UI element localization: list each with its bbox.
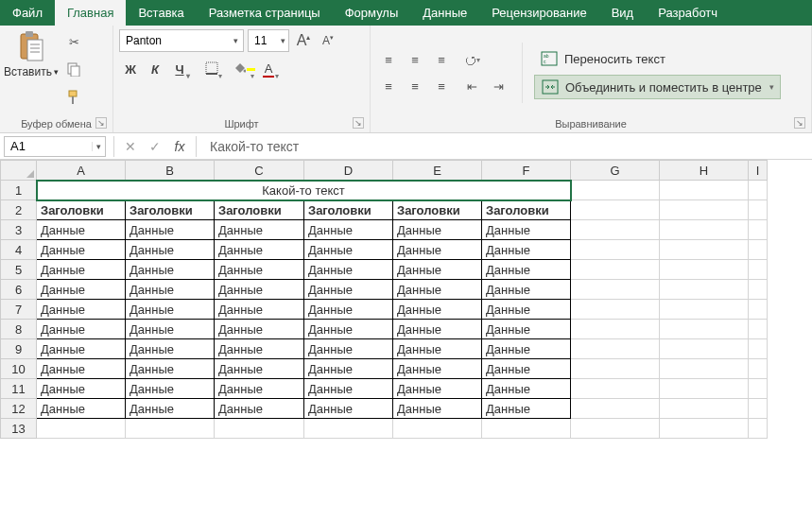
cell[interactable]: Заголовки (304, 200, 393, 220)
insert-function-button[interactable]: fx (167, 136, 192, 157)
cell[interactable] (571, 300, 660, 320)
row-header[interactable]: 1 (1, 181, 37, 200)
cell[interactable]: Данные (393, 280, 482, 300)
column-header[interactable]: C (215, 161, 304, 181)
cell[interactable] (215, 419, 304, 439)
cell[interactable] (571, 260, 660, 280)
align-left-button[interactable]: ≡ (376, 76, 401, 96)
cell[interactable]: Данные (482, 320, 571, 339)
cut-button[interactable]: ✂ (62, 31, 85, 52)
column-header[interactable]: I (749, 161, 768, 181)
row-header[interactable]: 5 (1, 260, 37, 280)
align-middle-button[interactable]: ≡ (403, 49, 427, 70)
align-top-button[interactable]: ≡ (376, 49, 401, 70)
cell[interactable]: Данные (126, 280, 215, 300)
font-size-input[interactable] (249, 34, 279, 47)
menu-tab-file[interactable]: Файл (0, 0, 55, 26)
column-header[interactable]: A (37, 161, 126, 181)
cell[interactable] (660, 399, 749, 419)
cell[interactable] (660, 260, 749, 280)
align-bottom-button[interactable]: ≡ (429, 49, 454, 70)
cell[interactable]: Данные (304, 260, 393, 280)
cell[interactable]: Данные (482, 220, 571, 240)
menu-tab-review[interactable]: Рецензирование (479, 0, 598, 26)
cell[interactable] (571, 220, 660, 240)
font-name-combo[interactable]: ▾ (119, 29, 244, 52)
column-header[interactable]: D (304, 161, 393, 181)
name-box[interactable]: ▾ (4, 136, 106, 157)
cell[interactable]: Данные (482, 240, 571, 260)
cell[interactable]: Данные (126, 220, 215, 240)
cell[interactable]: Данные (482, 260, 571, 280)
clipboard-dialog-launcher[interactable]: ↘ (95, 117, 107, 129)
cell[interactable]: Заголовки (37, 200, 126, 220)
cell[interactable]: Данные (215, 320, 304, 339)
cell[interactable] (749, 300, 768, 320)
merge-center-button[interactable]: Объединить и поместить в центре ▾ (534, 75, 781, 99)
cell[interactable]: Данные (304, 220, 393, 240)
cell[interactable] (749, 320, 768, 339)
cell[interactable] (749, 240, 768, 260)
row-header[interactable]: 13 (1, 419, 37, 439)
cell[interactable]: Данные (393, 379, 482, 399)
cell[interactable]: Данные (393, 359, 482, 379)
cell[interactable]: Данные (215, 379, 304, 399)
row-header[interactable]: 2 (1, 200, 37, 220)
cell[interactable]: Данные (215, 220, 304, 240)
cell[interactable] (660, 339, 749, 359)
column-header[interactable]: E (393, 161, 482, 181)
cell[interactable]: Данные (215, 339, 304, 359)
column-header[interactable]: F (482, 161, 571, 181)
cell[interactable] (749, 280, 768, 300)
menu-tab-layout[interactable]: Разметка страницы (197, 0, 333, 26)
cell[interactable]: Данные (482, 339, 571, 359)
font-dialog-launcher[interactable]: ↘ (353, 117, 364, 129)
chevron-down-icon[interactable]: ▾ (92, 142, 105, 151)
orientation-button[interactable]: ⭯▾ (459, 49, 484, 70)
row-header[interactable]: 8 (1, 320, 37, 339)
bold-button[interactable]: Ж (119, 58, 142, 80)
cell[interactable] (571, 181, 660, 200)
grid[interactable]: ABCDEFGHI1Какой-то текст2ЗаголовкиЗаголо… (0, 160, 812, 439)
cell[interactable]: Данные (304, 339, 393, 359)
cell[interactable]: Данные (215, 240, 304, 260)
cell[interactable]: Данные (126, 240, 215, 260)
alignment-dialog-launcher[interactable]: ↘ (794, 117, 805, 129)
enter-formula-button[interactable]: ✓ (143, 136, 167, 157)
column-header[interactable]: G (571, 161, 660, 181)
cell[interactable] (571, 280, 660, 300)
cell[interactable]: Данные (215, 399, 304, 419)
cell[interactable]: Данные (482, 280, 571, 300)
cell[interactable] (749, 181, 768, 200)
cell[interactable]: Данные (37, 379, 126, 399)
cell[interactable]: Данные (482, 399, 571, 419)
cell[interactable]: Данные (393, 260, 482, 280)
cell[interactable]: Данные (37, 300, 126, 320)
format-painter-button[interactable] (62, 88, 85, 109)
cell[interactable]: Данные (304, 320, 393, 339)
cell[interactable]: Данные (126, 260, 215, 280)
cell[interactable]: Данные (126, 339, 215, 359)
cell[interactable]: Данные (304, 240, 393, 260)
increase-font-button[interactable]: A▴ (293, 30, 314, 51)
menu-tab-dev[interactable]: Разработч (646, 0, 730, 26)
cell[interactable] (660, 320, 749, 339)
cell[interactable] (571, 320, 660, 339)
select-all-corner[interactable] (1, 161, 37, 181)
cell[interactable]: Данные (37, 240, 126, 260)
column-header[interactable]: H (660, 161, 749, 181)
cell[interactable]: Данные (37, 220, 126, 240)
cell[interactable] (37, 419, 126, 439)
cell[interactable] (660, 220, 749, 240)
underline-button[interactable]: Ч (168, 58, 191, 80)
cell[interactable]: Заголовки (393, 200, 482, 220)
row-header[interactable]: 9 (1, 339, 37, 359)
cell[interactable] (571, 339, 660, 359)
cell[interactable] (571, 379, 660, 399)
cell[interactable]: Данные (482, 359, 571, 379)
fill-color-button[interactable] (233, 58, 255, 80)
cell[interactable] (393, 419, 482, 439)
cell[interactable] (571, 359, 660, 379)
cell[interactable]: Данные (393, 300, 482, 320)
row-header[interactable]: 12 (1, 399, 37, 419)
